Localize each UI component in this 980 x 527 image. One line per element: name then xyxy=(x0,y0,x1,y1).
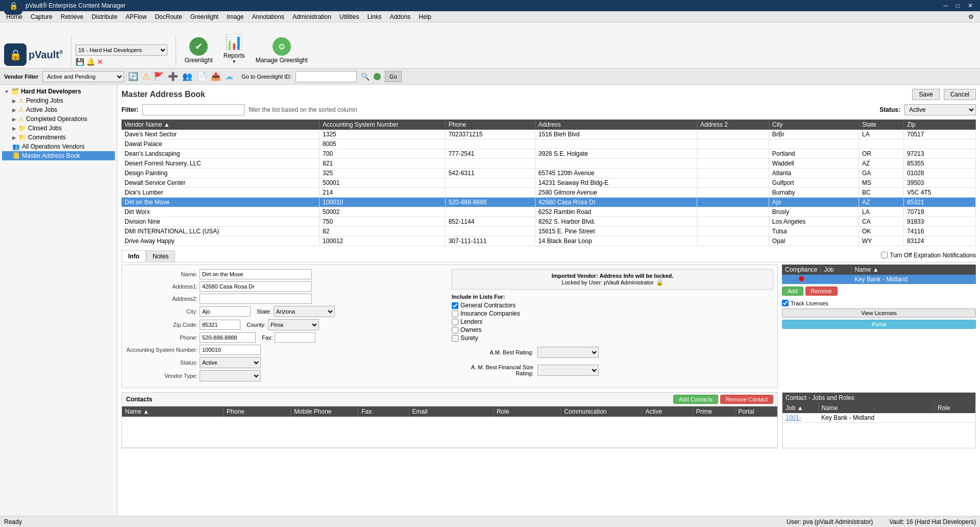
contact-col-fax[interactable]: Fax xyxy=(358,406,409,417)
col-state[interactable]: State xyxy=(859,119,903,130)
sidebar-item-closed-jobs[interactable]: ▶ 📁 Closed Jobs xyxy=(2,124,115,133)
menu-apflow[interactable]: APFlow xyxy=(121,12,151,21)
go-button[interactable]: Go xyxy=(385,71,402,82)
reports-button[interactable]: 📊 Reports ▼ xyxy=(219,30,250,66)
sidebar-item-all-vendors[interactable]: 👥 All Operations Vendors xyxy=(2,142,115,151)
vendor-row-3[interactable]: Desert Forrest Nursery, LLC 821 Waddell … xyxy=(121,159,976,169)
cj-col-job[interactable]: Job ▲ xyxy=(782,403,818,413)
cloud-icon[interactable]: ☁ xyxy=(225,71,233,81)
name-input[interactable] xyxy=(200,269,312,279)
contact-col-communication[interactable]: Communication xyxy=(561,406,642,417)
menu-utilities[interactable]: Utilities xyxy=(335,12,363,21)
col-city[interactable]: City xyxy=(769,119,859,130)
vendor-row-5[interactable]: Dewalt Service Center 50001 14231 Seaway… xyxy=(121,178,976,188)
cj-job-link[interactable]: 1001- xyxy=(786,414,801,421)
fax-input[interactable] xyxy=(275,332,315,343)
vendor-row-2[interactable]: Dean's Landscaping 700 777-2541 3928 S.E… xyxy=(121,149,976,159)
vendor-filter-select[interactable]: Active and Pending Active Inactive All xyxy=(42,71,124,82)
vendor-row-8[interactable]: Dirt Worx 50002 6252 Rambin Road Brusly … xyxy=(121,207,976,217)
vendor-row-4[interactable]: Design Painting 325 542-6311 65745 120th… xyxy=(121,169,976,178)
close-btn[interactable]: ✕ xyxy=(965,2,976,9)
acct-input[interactable] xyxy=(200,345,261,355)
col-phone[interactable]: Phone xyxy=(445,119,535,130)
address2-input[interactable] xyxy=(200,294,312,304)
contact-col-mobile[interactable]: Mobile Phone xyxy=(291,406,358,417)
menu-help[interactable]: Help xyxy=(414,12,435,21)
restore-btn[interactable]: □ xyxy=(953,2,963,9)
vendor-row-10[interactable]: DMI INTERNATIONAL, LLC (USA) 82 15615 E.… xyxy=(121,227,976,236)
menu-image[interactable]: Image xyxy=(223,12,248,21)
go-to-input[interactable] xyxy=(296,71,357,82)
system-icon[interactable]: ⚙ xyxy=(964,12,978,21)
sidebar-root[interactable]: ▼ 🗂️ Hard Hat Developers xyxy=(2,87,115,96)
refresh-icon[interactable]: 🔄 xyxy=(128,71,138,81)
menu-distribute[interactable]: Distribute xyxy=(87,12,121,21)
check-own[interactable] xyxy=(452,327,458,333)
x-icon[interactable]: ✕ xyxy=(97,58,103,66)
city-input[interactable] xyxy=(200,306,251,317)
manage-greenlight-button[interactable]: ⚙ Manage Greenlight xyxy=(252,34,312,66)
add-contacts-button[interactable]: Add Contacts xyxy=(673,395,718,404)
county-select[interactable]: Pima xyxy=(268,319,319,330)
flag-green-icon[interactable]: 🚩 xyxy=(154,71,164,81)
menu-capture[interactable]: Capture xyxy=(27,12,57,21)
menu-greenlight[interactable]: Greenlight xyxy=(186,12,223,21)
check-ins[interactable] xyxy=(452,310,458,317)
filter-input[interactable] xyxy=(142,104,244,115)
contact-col-active[interactable]: Active xyxy=(642,406,693,417)
vendor-type-input[interactable] xyxy=(200,370,261,381)
contact-col-role[interactable]: Role xyxy=(493,406,560,417)
compliance-remove-button[interactable]: Remove xyxy=(805,286,838,296)
check-lend[interactable] xyxy=(452,319,458,325)
cj-col-role[interactable]: Role xyxy=(935,403,975,413)
col-address2[interactable]: Address 2 xyxy=(697,119,769,130)
am-best-select[interactable] xyxy=(537,347,599,358)
document-icon[interactable]: 📄 xyxy=(197,71,207,81)
add-icon[interactable]: ➕ xyxy=(168,71,178,81)
status-select[interactable]: Active Inactive All Active and Pending xyxy=(904,104,976,115)
bell-icon[interactable]: 🔔 xyxy=(86,58,95,66)
contact-col-portal[interactable]: Portal xyxy=(735,406,777,417)
contact-col-phone[interactable]: Phone xyxy=(223,406,290,417)
view-licenses-button[interactable]: View Licenses xyxy=(782,308,976,318)
contact-col-email[interactable]: Email xyxy=(409,406,493,417)
vendor-row-1[interactable]: Dawat Palace 8005 xyxy=(121,139,976,149)
menu-administration[interactable]: Administration xyxy=(288,12,335,21)
vault-selector[interactable]: 16 - Hard Hat Developers xyxy=(76,44,167,56)
vendor-row-11[interactable]: Drive Away Happy 100012 307-111-1111 14 … xyxy=(121,236,976,246)
compliance-add-button[interactable]: Add xyxy=(782,286,803,296)
tab-info[interactable]: Info xyxy=(121,250,146,262)
expiration-checkbox[interactable] xyxy=(881,252,888,258)
contact-col-name[interactable]: Name ▲ xyxy=(122,406,223,417)
sidebar-item-active-jobs[interactable]: ▶ ⚠ Active Jobs xyxy=(2,105,115,114)
compliance-row-0[interactable]: -1001- Key Bank - Midland xyxy=(782,275,976,284)
vendor-row-0[interactable]: Dave's Next Sector 1325 7023371215 1516 … xyxy=(121,130,976,139)
col-zip[interactable]: Zip xyxy=(904,119,976,130)
track-licenses-checkbox[interactable] xyxy=(782,300,789,306)
menu-docroute[interactable]: DocRoute xyxy=(151,12,186,21)
tab-notes[interactable]: Notes xyxy=(146,250,175,262)
address1-input[interactable] xyxy=(200,281,312,292)
col-address[interactable]: Address xyxy=(535,119,697,130)
sidebar-item-commitments[interactable]: ▶ 📁 Commitments xyxy=(2,133,115,142)
vendor-row-9[interactable]: Division Nine 750 852-1144 8262 S. Harbo… xyxy=(121,217,976,227)
menu-links[interactable]: Links xyxy=(363,12,386,21)
portal-button[interactable]: Portal xyxy=(782,320,976,329)
am-financial-select[interactable] xyxy=(537,365,599,376)
save-button[interactable]: Save xyxy=(912,89,939,100)
phone-input[interactable] xyxy=(200,332,256,343)
cj-row-0[interactable]: 1001- Key Bank - Midland xyxy=(782,413,975,423)
menu-annotations[interactable]: Annotations xyxy=(248,12,288,21)
remove-contact-button[interactable]: Remove Contact xyxy=(720,395,773,404)
comp-job-link[interactable]: -1001- xyxy=(824,276,842,283)
save-icon[interactable]: 💾 xyxy=(76,58,84,66)
search-icon[interactable]: 🔍 xyxy=(361,73,370,81)
sidebar-item-address-book[interactable]: 📒 Master Address Book xyxy=(2,151,115,160)
status-input[interactable]: Active Inactive xyxy=(200,357,261,368)
upload-icon[interactable]: 📤 xyxy=(211,71,221,81)
check-gc[interactable] xyxy=(452,302,458,309)
vendor-row-6[interactable]: Dick's Lumber 214 2580 Gilmore Avenue Bu… xyxy=(121,188,976,198)
warning-icon[interactable]: ⚠ xyxy=(142,71,150,81)
state-select[interactable]: Arizona xyxy=(274,306,335,317)
minimize-btn[interactable]: ─ xyxy=(940,2,951,9)
